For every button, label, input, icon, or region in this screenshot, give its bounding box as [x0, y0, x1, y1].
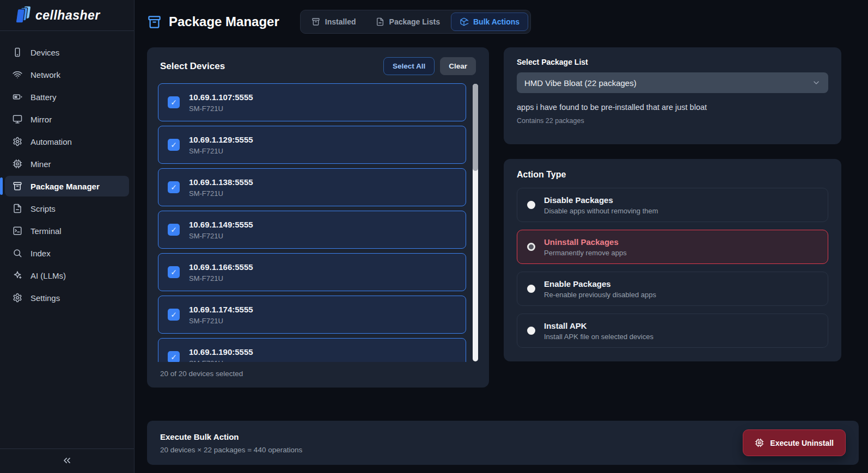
sidebar-footer: [0, 449, 134, 473]
device-address: 10.69.1.166:5555: [189, 262, 253, 272]
device-model: SM-F721U: [189, 274, 253, 282]
cpu-icon: [13, 159, 22, 169]
tab-package-lists[interactable]: Package Lists: [367, 13, 449, 31]
file-icon: [13, 204, 22, 213]
action-option-title: Enable Packages: [544, 279, 656, 288]
tab-bar: Installed Package Lists Bulk Actions: [300, 10, 531, 34]
device-address: 10.69.1.138:5555: [189, 177, 253, 187]
radio-button[interactable]: [527, 285, 535, 293]
sidebar-item-miner[interactable]: Miner: [5, 153, 129, 174]
action-type-title: Action Type: [517, 170, 828, 180]
sidebar-item-label: AI (LLMs): [30, 271, 66, 280]
package-list-description: apps i have found to be pre-installed th…: [517, 103, 828, 112]
sparkles-icon: [13, 271, 22, 280]
device-checkbox[interactable]: ✓: [168, 351, 180, 362]
sidebar-item-automation[interactable]: Automation: [5, 131, 129, 152]
device-row-10-69-1-149-5555[interactable]: ✓ 10.69.1.149:5555 SM-F721U: [158, 211, 466, 249]
sidebar: cellhasher Devices Network Battery Mirro…: [0, 0, 135, 473]
device-checkbox[interactable]: ✓: [168, 96, 180, 108]
sidebar-item-package-manager[interactable]: Package Manager: [5, 176, 129, 196]
action-option-uninstall-packages[interactable]: Uninstall Packages Permanently remove ap…: [517, 230, 828, 264]
execute-uninstall-button[interactable]: Execute Uninstall: [743, 429, 846, 456]
sidebar-item-label: Battery: [30, 93, 57, 102]
archive-icon: [147, 15, 162, 29]
sidebar-item-terminal[interactable]: Terminal: [5, 220, 129, 241]
device-checkbox[interactable]: ✓: [168, 266, 180, 278]
package-list-select[interactable]: HMD Vibe Bloat (22 packages): [517, 72, 828, 93]
sidebar-item-label: Scripts: [30, 204, 56, 213]
sidebar-item-index[interactable]: Index: [5, 243, 129, 263]
tab-label: Package Lists: [389, 17, 440, 26]
device-list-scrollbar-track[interactable]: [473, 84, 478, 361]
sidebar-item-settings[interactable]: Settings: [5, 287, 129, 308]
radio-button[interactable]: [527, 201, 535, 209]
sidebar-item-label: Settings: [30, 293, 60, 303]
device-row-10-69-1-107-5555[interactable]: ✓ 10.69.1.107:5555 SM-F721U: [158, 83, 466, 121]
tab-installed[interactable]: Installed: [303, 13, 365, 31]
device-list: ✓ 10.69.1.107:5555 SM-F721U ✓ 10.69.1.12…: [158, 83, 466, 362]
device-address: 10.69.1.190:5555: [189, 347, 253, 357]
monitor-icon: [13, 114, 22, 124]
device-model: SM-F721U: [189, 147, 253, 155]
action-option-description: Permanently remove apps: [544, 249, 627, 257]
sidebar-item-scripts[interactable]: Scripts: [5, 198, 129, 219]
action-option-disable-packages[interactable]: Disable Packages Disable apps without re…: [517, 188, 828, 222]
sidebar-item-ai-llms[interactable]: AI (LLMs): [5, 265, 129, 286]
select-all-button[interactable]: Select All: [383, 57, 435, 75]
sidebar-item-label: Index: [30, 249, 51, 258]
chevrons-left-icon[interactable]: [62, 455, 72, 466]
sidebar-item-devices[interactable]: Devices: [5, 42, 129, 63]
sidebar-item-label: Miner: [30, 159, 51, 169]
radio-button[interactable]: [527, 327, 535, 335]
sidebar-item-battery[interactable]: Battery: [5, 87, 129, 107]
device-list-viewport: ✓ 10.69.1.107:5555 SM-F721U ✓ 10.69.1.12…: [158, 83, 478, 362]
sidebar-item-mirror[interactable]: Mirror: [5, 109, 129, 130]
device-checkbox[interactable]: ✓: [168, 224, 180, 236]
package-list-count: Contains 22 packages: [517, 117, 828, 125]
device-address: 10.69.1.129:5555: [189, 135, 253, 144]
action-option-title: Uninstall Packages: [544, 237, 627, 247]
device-checkbox[interactable]: ✓: [168, 309, 180, 321]
action-option-title: Disable Packages: [544, 195, 658, 205]
main-content: Package Manager Installed Package Lists …: [135, 0, 868, 473]
tab-label: Installed: [325, 17, 356, 26]
devices-selected-status: 20 of 20 devices selected: [158, 370, 478, 378]
select-devices-header: Select Devices Select All Clear: [158, 57, 478, 75]
device-model: SM-F721U: [189, 189, 253, 198]
package-list-selected-value: HMD Vibe Bloat (22 packages): [524, 78, 637, 88]
right-column: Select Package List HMD Vibe Bloat (22 p…: [504, 47, 841, 388]
tab-label: Bulk Actions: [473, 17, 519, 26]
smartphone-icon: [13, 47, 22, 57]
device-row-10-69-1-166-5555[interactable]: ✓ 10.69.1.166:5555 SM-F721U: [158, 253, 466, 291]
device-checkbox[interactable]: ✓: [168, 181, 180, 193]
clear-button[interactable]: Clear: [440, 57, 476, 75]
device-row-10-69-1-129-5555[interactable]: ✓ 10.69.1.129:5555 SM-F721U: [158, 126, 466, 164]
select-package-list-panel: Select Package List HMD Vibe Bloat (22 p…: [504, 47, 841, 144]
cellhasher-logo-icon: [12, 5, 32, 25]
gear-icon: [13, 293, 22, 303]
device-model: SM-F721U: [189, 105, 253, 113]
device-row-10-69-1-190-5555[interactable]: ✓ 10.69.1.190:5555 SM-F721U: [158, 338, 466, 362]
terminal-icon: [13, 226, 22, 236]
device-list-scrollbar-thumb[interactable]: [473, 84, 478, 171]
select-devices-panel: Select Devices Select All Clear ✓ 10.69.…: [147, 47, 489, 388]
action-option-description: Install APK file on selected devices: [544, 333, 653, 341]
action-option-enable-packages[interactable]: Enable Packages Re-enable previously dis…: [517, 272, 828, 306]
device-model: SM-F721U: [189, 232, 253, 240]
action-option-description: Disable apps without removing them: [544, 207, 658, 215]
app-logo: cellhasher: [0, 0, 134, 31]
sidebar-item-label: Terminal: [30, 226, 62, 236]
action-options: Disable Packages Disable apps without re…: [517, 188, 828, 348]
device-row-10-69-1-174-5555[interactable]: ✓ 10.69.1.174:5555 SM-F721U: [158, 296, 466, 334]
page-title-wrap: Package Manager: [147, 14, 279, 29]
tab-bulk-actions[interactable]: Bulk Actions: [451, 13, 528, 31]
gear-icon: [13, 137, 22, 146]
device-checkbox[interactable]: ✓: [168, 139, 180, 151]
action-option-install-apk[interactable]: Install APK Install APK file on selected…: [517, 314, 828, 348]
device-row-10-69-1-138-5555[interactable]: ✓ 10.69.1.138:5555 SM-F721U: [158, 168, 466, 206]
search-icon: [13, 248, 22, 258]
archive-icon: [13, 181, 22, 191]
sidebar-item-network[interactable]: Network: [5, 64, 129, 85]
package-list-label: Select Package List: [517, 58, 828, 66]
radio-button[interactable]: [527, 243, 535, 251]
